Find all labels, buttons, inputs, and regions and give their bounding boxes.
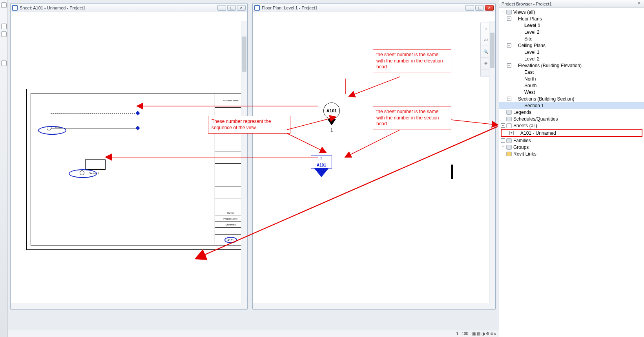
status-controls-icon[interactable]: ▦ ▤ ◑ ⚙ ⧉ ▸ <box>472 332 496 336</box>
status-scale[interactable]: 1 : 100 <box>456 332 469 336</box>
section-line[interactable] <box>334 168 453 168</box>
section-sequence-label: 2 <box>311 156 332 162</box>
tree-node-sheets[interactable]: −Sheets (all) <box>499 122 644 129</box>
section-end-marker[interactable] <box>451 165 453 179</box>
palette-icon[interactable] <box>1 31 7 37</box>
project-browser-panel: Project Browser - Project1 ✕ −Views (all… <box>499 0 644 337</box>
project-browser-tree[interactable]: −Views (all) −Floor Plans Level 1 Level … <box>499 8 644 337</box>
tree-node-west[interactable]: West <box>499 89 644 95</box>
tree-node-cplevel2[interactable]: Level 2 <box>499 55 644 62</box>
tree-node-site[interactable]: Site <box>499 35 644 42</box>
window-sheet-a101: Sheet: A101 - Unnamed - Project1 – ▢ ✕ N… <box>10 3 248 310</box>
tree-node-ceilingplans[interactable]: −Ceiling Plans <box>499 42 644 49</box>
elevation-sequence-label: 1 <box>323 128 340 132</box>
window-titlebar[interactable]: Sheet: A101 - Unnamed - Project1 – ▢ ✕ <box>11 4 247 12</box>
tree-node-level2[interactable]: Level 2 <box>499 29 644 35</box>
tree-node-section1[interactable]: Section 1 <box>499 102 644 109</box>
scrollbar-horizontal[interactable] <box>11 303 247 309</box>
palette-icon[interactable] <box>1 24 7 29</box>
sheet-page: North Section 1 Autodesk Revit <box>26 89 247 250</box>
tree-node-north[interactable]: North <box>499 75 644 82</box>
status-bar: 1 : 100 ▦ ▤ ◑ ⚙ ⧉ ▸ <box>8 330 499 337</box>
elevation-line <box>51 113 137 114</box>
tree-node-cplevel1[interactable]: Level 1 <box>499 49 644 55</box>
project-browser-title[interactable]: Project Browser - Project1 ✕ <box>499 0 644 8</box>
elevation-direction-icon <box>327 119 336 125</box>
palette-strip[interactable] <box>0 0 8 337</box>
palette-icon[interactable] <box>1 60 7 66</box>
close-icon[interactable]: ✕ <box>636 1 642 7</box>
tree-node-sections[interactable]: −Sections (Building Section) <box>499 95 644 102</box>
tree-node-south[interactable]: South <box>499 82 644 89</box>
tree-node-legends[interactable]: Legends <box>499 109 644 115</box>
mdi-workspace: Sheet: A101 - Unnamed - Project1 – ▢ ✕ N… <box>8 0 499 337</box>
callout-sequence: These number represent the sequence of t… <box>208 116 290 134</box>
annotation-circle <box>38 126 66 135</box>
window-title-text: Floor Plan: Level 1 - Project1 <box>262 5 465 10</box>
elevation-end-icon <box>135 111 140 115</box>
tree-node-groups[interactable]: +Groups <box>499 144 644 150</box>
maximize-button[interactable]: ▢ <box>227 5 236 11</box>
revit-doc-icon <box>254 5 260 11</box>
tree-node-elevations[interactable]: −Elevations (Building Elevation) <box>499 62 644 69</box>
close-button[interactable]: ✕ <box>485 5 494 11</box>
window-titlebar[interactable]: Floor Plan: Level 1 - Project1 – ▢ ✕ <box>253 4 495 12</box>
scrollbar-vertical[interactable] <box>489 21 495 309</box>
section-sheet-label: A101 <box>311 162 332 168</box>
sheet-canvas[interactable]: North Section 1 Autodesk Revit <box>11 12 247 309</box>
tree-node-schedules[interactable]: Schedules/Quantities <box>499 115 644 122</box>
section-head[interactable]: 2 A101 <box>311 156 332 177</box>
callout-elevation-match: the sheet number is the same with the nu… <box>373 49 451 73</box>
tree-node-views[interactable]: −Views (all) <box>499 9 644 15</box>
scrollbar-vertical[interactable] <box>241 21 247 309</box>
annotation-circle <box>69 169 97 178</box>
tree-node-families[interactable]: +Families <box>499 137 644 144</box>
window-title-text: Sheet: A101 - Unnamed - Project1 <box>20 5 217 10</box>
minimize-button[interactable]: – <box>217 5 226 11</box>
section-direction-icon <box>314 168 328 177</box>
palette-icon[interactable] <box>1 2 7 8</box>
revit-doc-icon <box>12 5 18 11</box>
tree-node-floorplans[interactable]: −Floor Plans <box>499 15 644 22</box>
callout-section-match: the sheet number is the same with the nu… <box>373 106 451 130</box>
maximize-button[interactable]: ▢ <box>475 5 484 11</box>
tree-node-east[interactable]: East <box>499 69 644 75</box>
elevation-sheet-label: A101 <box>323 103 340 119</box>
close-button[interactable]: ✕ <box>237 5 246 11</box>
project-browser-title-text: Project Browser - Project1 <box>502 2 552 6</box>
elevation-end-icon <box>135 126 140 130</box>
tree-node-sheet-a101[interactable]: +A101 - Unnamed <box>502 130 642 136</box>
tree-node-level1[interactable]: Level 1 <box>499 22 644 29</box>
scrollbar-horizontal[interactable] <box>253 303 495 309</box>
elevation-head[interactable]: A101 1 <box>323 103 340 132</box>
section-box <box>85 159 106 170</box>
tree-node-revitlinks[interactable]: Revit Links <box>499 150 644 157</box>
minimize-button[interactable]: – <box>465 5 474 11</box>
tb-sheetnumber-circled: A101 <box>224 237 237 243</box>
